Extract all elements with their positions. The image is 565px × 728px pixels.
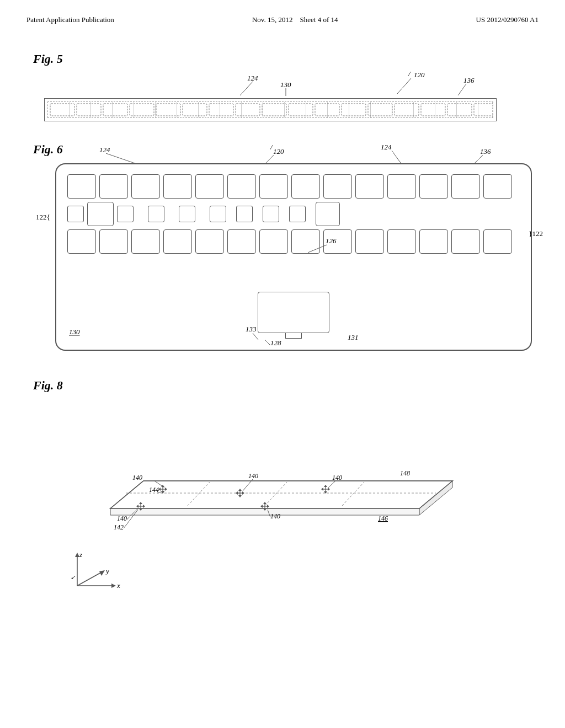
fig6-key bbox=[387, 174, 416, 199]
svg-rect-18 bbox=[289, 104, 313, 116]
fig6-key-small bbox=[289, 206, 306, 222]
fig6-key bbox=[259, 174, 288, 199]
fig6-key bbox=[131, 174, 160, 199]
fig6-key bbox=[291, 229, 320, 254]
fig8-section: Fig. 8 bbox=[0, 378, 565, 542]
fig6-annotation-122-left: 122{ bbox=[36, 213, 50, 222]
header-sheet: Sheet 4 of 14 bbox=[300, 15, 338, 24]
fig6-key bbox=[163, 229, 192, 254]
fig5-annotation-svg: 124 130 120 / 136 bbox=[44, 71, 541, 98]
svg-text:130: 130 bbox=[280, 81, 291, 89]
fig6-key bbox=[355, 229, 384, 254]
svg-text:146: 146 bbox=[378, 515, 388, 522]
header-patent-number: US 2012/0290760 A1 bbox=[476, 15, 539, 24]
fig6-key bbox=[227, 174, 256, 199]
axes-section: z y x ↙ bbox=[55, 547, 121, 597]
fig6-key bbox=[323, 174, 352, 199]
svg-line-8 bbox=[458, 84, 466, 95]
fig6-key-small bbox=[148, 206, 164, 222]
fig6-key bbox=[195, 229, 224, 254]
fig8-svg: 140 140 140 bbox=[77, 398, 463, 542]
header-publication-label: Patent Application Publication bbox=[26, 15, 114, 24]
fig6-row1 bbox=[67, 174, 520, 199]
fig5-strip bbox=[44, 98, 497, 121]
svg-text:/: / bbox=[408, 71, 411, 78]
svg-rect-17 bbox=[262, 104, 286, 116]
svg-text:124: 124 bbox=[99, 146, 110, 154]
svg-text:140: 140 bbox=[117, 515, 127, 522]
svg-text:136: 136 bbox=[463, 76, 475, 84]
svg-line-5 bbox=[397, 78, 411, 94]
fig6-key bbox=[67, 229, 96, 254]
page-header: Patent Application Publication Nov. 15, … bbox=[0, 0, 565, 24]
fig6-trackpad bbox=[258, 292, 329, 333]
fig6-key bbox=[323, 229, 352, 254]
fig6-key-small bbox=[210, 206, 226, 222]
fig6-key bbox=[419, 229, 448, 254]
fig6-trackpad-base bbox=[285, 333, 302, 339]
svg-marker-46 bbox=[110, 481, 452, 508]
fig6-key bbox=[67, 174, 96, 199]
fig5-keys-svg bbox=[48, 102, 493, 117]
fig6-annotation-122-right: }122 bbox=[529, 229, 543, 238]
svg-text:140: 140 bbox=[132, 474, 142, 481]
fig6-key bbox=[451, 229, 480, 254]
svg-rect-23 bbox=[421, 104, 445, 116]
svg-rect-11 bbox=[103, 104, 127, 116]
fig6-key-small bbox=[263, 206, 279, 222]
fig6-key bbox=[316, 202, 340, 226]
svg-rect-19 bbox=[315, 104, 339, 116]
svg-text:↙: ↙ bbox=[71, 574, 76, 580]
fig6-key bbox=[291, 174, 320, 199]
svg-rect-15 bbox=[209, 104, 233, 116]
fig8-label: Fig. 8 bbox=[33, 378, 532, 393]
svg-rect-12 bbox=[130, 104, 154, 116]
svg-marker-104 bbox=[111, 584, 116, 588]
fig5-label: Fig. 5 bbox=[33, 52, 530, 66]
svg-rect-10 bbox=[77, 104, 101, 116]
header-date: Nov. 15, 2012 bbox=[252, 15, 293, 24]
fig8-container: 140 140 140 bbox=[77, 398, 463, 542]
svg-text:124: 124 bbox=[381, 144, 392, 151]
svg-rect-9 bbox=[50, 104, 74, 116]
fig6-key bbox=[99, 174, 128, 199]
fig6-key bbox=[419, 174, 448, 199]
fig6-key bbox=[131, 229, 160, 254]
svg-text:142: 142 bbox=[114, 523, 124, 531]
fig6-key-small bbox=[67, 206, 84, 222]
svg-text:x: x bbox=[116, 581, 120, 590]
fig6-key-small bbox=[117, 206, 134, 222]
fig6-device bbox=[55, 163, 532, 351]
svg-text:140: 140 bbox=[248, 472, 258, 480]
fig6-key bbox=[259, 229, 288, 254]
fig6-key bbox=[451, 174, 480, 199]
svg-text:124: 124 bbox=[247, 74, 258, 82]
svg-text:144: 144 bbox=[149, 486, 159, 494]
svg-text:136: 136 bbox=[480, 147, 491, 156]
fig6-trackpad-area bbox=[258, 292, 329, 339]
svg-text:140: 140 bbox=[270, 512, 280, 520]
svg-line-32 bbox=[392, 151, 402, 164]
fig6-key-small bbox=[179, 206, 195, 222]
svg-text:y: y bbox=[105, 567, 109, 575]
header-date-sheet: Nov. 15, 2012 Sheet 4 of 14 bbox=[252, 15, 338, 24]
svg-marker-98 bbox=[75, 553, 79, 557]
svg-rect-20 bbox=[342, 104, 366, 116]
svg-rect-24 bbox=[447, 104, 472, 116]
fig6-key bbox=[163, 174, 192, 199]
svg-rect-13 bbox=[156, 104, 180, 116]
axes-svg: z y x ↙ bbox=[55, 547, 121, 597]
svg-line-27 bbox=[106, 153, 138, 164]
fig5-section: Fig. 5 124 130 120 / 136 bbox=[0, 41, 565, 121]
fig6-top-annotations: 124 / 120 124 136 bbox=[55, 144, 530, 166]
fig6-key bbox=[355, 174, 384, 199]
svg-rect-16 bbox=[236, 104, 260, 116]
svg-text:z: z bbox=[79, 550, 82, 559]
fig6-row3 bbox=[67, 229, 520, 254]
fig6-key bbox=[483, 229, 512, 254]
svg-rect-25 bbox=[474, 104, 493, 116]
fig6-row2 bbox=[67, 202, 520, 226]
svg-rect-21 bbox=[368, 104, 392, 116]
svg-line-1 bbox=[240, 82, 253, 95]
fig6-key bbox=[387, 229, 416, 254]
